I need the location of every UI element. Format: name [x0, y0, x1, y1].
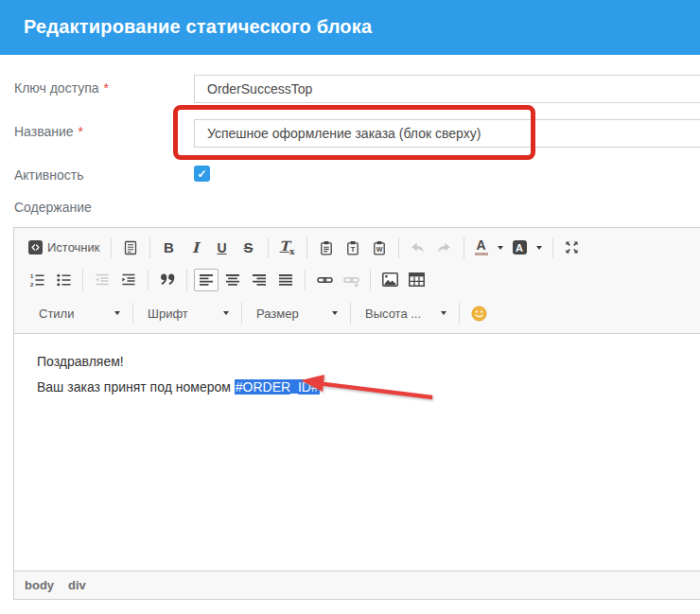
- toolbar-separator: [552, 237, 553, 258]
- chevron-down-icon: [441, 311, 446, 315]
- content-label: Содержание: [14, 200, 92, 215]
- align-center-button[interactable]: [220, 269, 245, 291]
- emoji-button[interactable]: [466, 302, 491, 325]
- remove-format-icon: Tx: [280, 238, 295, 256]
- text-color-button[interactable]: A: [471, 237, 507, 259]
- image-button[interactable]: [377, 269, 402, 291]
- templates-button[interactable]: [118, 237, 143, 259]
- align-left-button[interactable]: [194, 269, 219, 291]
- italic-button[interactable]: I: [184, 237, 208, 259]
- toolbar-separator: [111, 237, 112, 258]
- svg-text:1: 1: [30, 272, 34, 278]
- toolbar-separator: [149, 237, 150, 258]
- remove-format-button[interactable]: Tx: [275, 237, 300, 259]
- align-justify-icon: [278, 272, 293, 288]
- active-checkbox[interactable]: ✓: [194, 166, 210, 182]
- checkmark-icon: ✓: [197, 167, 206, 181]
- editor-toolbar: Источник B I U S Tx T W: [14, 228, 700, 334]
- toolbar-row-3: Стили Шрифт Размер Высота ...: [25, 295, 693, 331]
- svg-text:W: W: [376, 246, 382, 253]
- styles-combo[interactable]: Стили: [31, 301, 126, 325]
- active-label: Активность: [14, 167, 84, 183]
- unlink-button: [339, 269, 363, 291]
- wysiwyg-editor: Источник B I U S Tx T W: [13, 227, 700, 600]
- templates-icon: [123, 240, 138, 255]
- italic-icon: I: [192, 239, 199, 256]
- paste-from-word-button[interactable]: W: [367, 237, 392, 259]
- name-label: Название*: [14, 124, 83, 139]
- undo-button: [406, 237, 430, 259]
- toolbar-separator: [464, 237, 464, 258]
- emoji-icon: [471, 306, 487, 322]
- order-id-placeholder-selected: #ORDER_ID#: [235, 379, 320, 395]
- toolbar-separator: [350, 303, 351, 324]
- background-color-button[interactable]: A: [509, 237, 546, 259]
- name-input[interactable]: [194, 119, 700, 148]
- link-button[interactable]: [312, 269, 337, 291]
- toolbar-separator: [398, 237, 399, 258]
- path-item-div[interactable]: div: [68, 578, 86, 592]
- editor-paragraph: Поздравляем!: [37, 349, 678, 374]
- chevron-down-icon: [332, 311, 338, 315]
- font-combo[interactable]: Шрифт: [140, 301, 235, 325]
- chevron-down-icon: [536, 246, 542, 250]
- table-button[interactable]: [404, 269, 429, 291]
- page-title: Редактирование статического блока: [0, 0, 700, 54]
- access-key-label-text: Ключ доступа: [14, 80, 99, 96]
- increase-indent-button[interactable]: [116, 269, 141, 291]
- font-size-combo-label: Размер: [256, 307, 299, 321]
- svg-text:2: 2: [30, 282, 34, 288]
- name-label-text: Название: [14, 124, 74, 139]
- align-left-icon: [199, 272, 214, 288]
- source-button[interactable]: Источник: [25, 237, 104, 259]
- strikethrough-button[interactable]: S: [236, 237, 261, 259]
- bold-button[interactable]: B: [157, 237, 182, 259]
- line-height-combo[interactable]: Высота ...: [358, 301, 452, 325]
- paste-plain-text-button[interactable]: T: [341, 237, 365, 259]
- decrease-indent-icon: [95, 272, 110, 288]
- maximize-button[interactable]: [560, 237, 585, 259]
- chevron-down-icon: [223, 311, 229, 315]
- blockquote-button[interactable]: [155, 269, 180, 291]
- bullet-list-icon: [56, 272, 72, 288]
- toolbar-separator: [306, 237, 307, 258]
- text-color-icon: A: [475, 239, 488, 255]
- underline-button[interactable]: U: [210, 237, 235, 259]
- numbered-list-button[interactable]: 12: [25, 269, 49, 291]
- toolbar-separator: [148, 270, 149, 290]
- toolbar-separator: [132, 303, 133, 324]
- background-color-icon: A: [513, 240, 527, 254]
- align-center-icon: [225, 272, 240, 288]
- align-right-button[interactable]: [247, 269, 271, 291]
- chevron-down-icon: [498, 246, 503, 250]
- redo-button: [432, 237, 457, 259]
- toolbar-separator: [370, 270, 371, 290]
- paste-button[interactable]: [314, 237, 339, 259]
- font-size-combo[interactable]: Размер: [249, 301, 343, 325]
- path-item-body[interactable]: body: [25, 578, 54, 592]
- numbered-list-icon: 12: [29, 272, 45, 288]
- toolbar-separator: [305, 270, 306, 290]
- align-justify-button[interactable]: [273, 269, 298, 291]
- link-icon: [317, 272, 333, 288]
- toolbar-separator: [459, 303, 460, 324]
- redo-icon: [436, 240, 452, 255]
- increase-indent-icon: [121, 272, 136, 288]
- font-combo-label: Шрифт: [148, 307, 188, 321]
- table-icon: [409, 272, 425, 287]
- editor-content[interactable]: Поздравляем! Ваш заказ принят под номеро…: [14, 334, 700, 570]
- undo-icon: [410, 240, 426, 255]
- toolbar-separator: [268, 237, 269, 258]
- image-icon: [382, 272, 398, 287]
- source-icon: [28, 240, 43, 254]
- toolbar-row-1: Источник B I U S Tx T W: [25, 231, 693, 264]
- access-key-label: Ключ доступа*: [14, 80, 109, 96]
- blockquote-icon: [161, 273, 175, 286]
- required-asterisk: *: [79, 124, 83, 139]
- paste-icon: [319, 240, 334, 255]
- bullet-list-button[interactable]: [51, 269, 76, 291]
- svg-text:T: T: [350, 245, 355, 254]
- access-key-input[interactable]: [194, 75, 700, 103]
- order-text: Ваш заказ принят под номером: [37, 379, 235, 395]
- source-button-label: Источник: [47, 240, 100, 254]
